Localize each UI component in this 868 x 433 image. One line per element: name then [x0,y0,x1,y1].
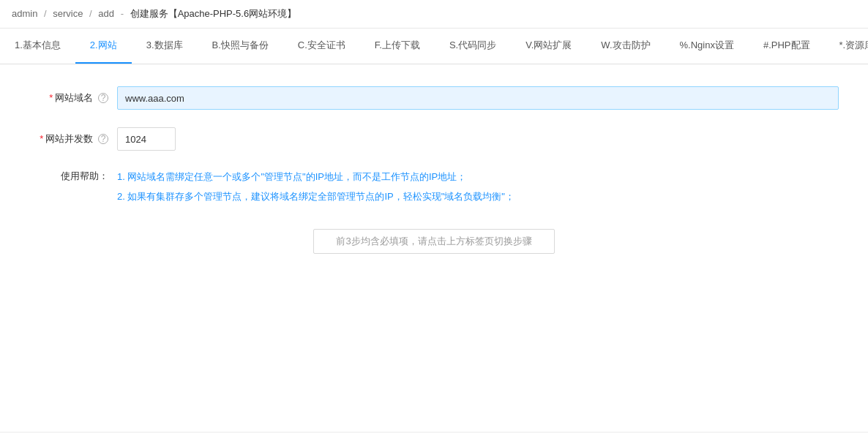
breadcrumb-add: add [98,8,114,19]
tab-database[interactable]: 3.数据库 [132,29,198,64]
domain-row: *网站域名 ? [29,86,839,110]
tab-resources[interactable]: *.资源库 [825,29,868,64]
help-link-2[interactable]: 2. 如果有集群存多个管理节点，建议将域名绑定全部管理节点的IP，轻松实现"域名… [117,191,515,202]
help-label: 使用帮助： [29,168,117,208]
tab-basic-info[interactable]: 1.基本信息 [0,29,75,64]
domain-input-wrapper [117,86,839,110]
tab-bar: 1.基本信息 2.网站 3.数据库 B.快照与备份 C.安全证书 F.上传下载 … [0,29,868,64]
concurrency-input[interactable] [117,127,176,151]
breadcrumb-admin[interactable]: admin [12,8,37,19]
domain-required-mark: * [49,92,53,103]
help-item-2[interactable]: 2. 如果有集群存多个管理节点，建议将域名绑定全部管理节点的IP，轻松实现"域名… [117,188,839,205]
tab-backup[interactable]: B.快照与备份 [198,29,283,64]
tab-website-extend[interactable]: V.网站扩展 [511,29,586,64]
domain-label: *网站域名 ? [29,91,117,105]
switch-step-button: 前3步均含必填项，请点击上方标签页切换步骤 [313,229,554,254]
help-content: 1. 网站域名需绑定任意一个或多个"管理节点"的IP地址，而不是工作节点的IP地… [117,168,839,208]
breadcrumb-service[interactable]: service [53,8,83,19]
tab-upload-download[interactable]: F.上传下载 [360,29,435,64]
help-section: 使用帮助： 1. 网站域名需绑定任意一个或多个"管理节点"的IP地址，而不是工作… [29,168,839,208]
help-link-1[interactable]: 1. 网站域名需绑定任意一个或多个"管理节点"的IP地址，而不是工作节点的IP地… [117,171,466,182]
tab-code-sync[interactable]: S.代码同步 [435,29,511,64]
tab-nginx-settings[interactable]: %.Nginx设置 [665,29,749,64]
domain-input[interactable] [117,86,839,110]
breadcrumb: admin / service / add - 创建服务【Apache-PHP-… [0,0,868,29]
tab-php-settings[interactable]: #.PHP配置 [749,29,825,64]
concurrency-label: *网站并发数 ? [29,132,117,146]
tab-ssl[interactable]: C.安全证书 [283,29,360,64]
help-item-1[interactable]: 1. 网站域名需绑定任意一个或多个"管理节点"的IP地址，而不是工作节点的IP地… [117,168,839,185]
breadcrumb-sep-2: / [89,8,92,19]
breadcrumb-dash: - [121,8,127,19]
footer-button-row: 前3步均含必填项，请点击上方标签页切换步骤 [29,229,839,254]
domain-help-icon[interactable]: ? [98,93,108,103]
main-content: *网站域名 ? *网站并发数 ? 使用帮助： 1. 网站域名需绑定任意一个或多个… [0,64,868,432]
concurrency-required-mark: * [40,133,43,144]
concurrency-row: *网站并发数 ? [29,127,839,151]
breadcrumb-page-title: 创建服务【Apache-PHP-5.6网站环境】 [130,8,297,19]
concurrency-input-wrapper [117,127,839,151]
tab-website[interactable]: 2.网站 [75,29,132,64]
tab-ddos[interactable]: W.攻击防护 [586,29,665,64]
breadcrumb-sep-1: / [44,8,47,19]
concurrency-help-icon[interactable]: ? [98,134,108,144]
